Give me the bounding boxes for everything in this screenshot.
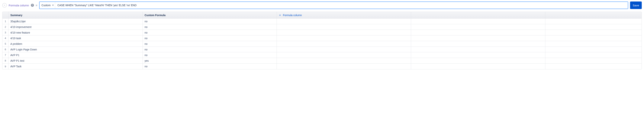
column-chip-remove[interactable]: × (52, 4, 54, 7)
cell-empty (277, 64, 411, 69)
table-row: 34/19 new featureno (2, 30, 642, 35)
add-formula-button[interactable] (2, 3, 7, 7)
table-row: 24/19 improvementno (2, 24, 642, 30)
cell-empty (545, 19, 642, 24)
cell-empty (411, 52, 545, 58)
save-button[interactable]: Save (630, 1, 642, 9)
cell-empty (277, 41, 411, 47)
column-header-custom[interactable]: Custom Formula (143, 12, 277, 18)
column-chip-label: Custom (42, 4, 50, 7)
table-row: 7AVP P1no (2, 52, 642, 58)
cell-empty (277, 58, 411, 63)
cell-custom[interactable]: no (143, 24, 277, 30)
cell-empty (277, 30, 411, 35)
table-row: 6AVP Login Page Downno (2, 47, 642, 52)
cell-summary[interactable]: 4/19 improvement (8, 24, 143, 30)
cell-summary[interactable]: 4/19 task (8, 35, 143, 41)
column-header-empty (411, 12, 545, 18)
table-row: 8AVP P1 testyes (2, 58, 642, 64)
table-row: 135ajslkrz;kjerno (2, 19, 642, 24)
cell-empty (411, 58, 545, 63)
formula-label: Formula column (9, 4, 29, 7)
table-row: 44/19 taskno (2, 35, 642, 41)
cell-empty (277, 35, 411, 41)
plus-icon (4, 4, 6, 6)
cell-empty (411, 64, 545, 69)
cell-custom[interactable]: no (143, 64, 277, 69)
cell-custom[interactable]: no (143, 47, 277, 52)
formula-input[interactable] (55, 2, 628, 9)
help-icon[interactable]: ? (31, 4, 34, 7)
equals-sign: = (36, 4, 38, 7)
cell-empty (277, 19, 411, 24)
cell-summary[interactable]: A problem (8, 41, 143, 47)
cell-custom[interactable]: no (143, 19, 277, 24)
cell-custom[interactable]: no (143, 35, 277, 41)
row-number: 9 (2, 64, 8, 69)
cell-empty (411, 30, 545, 35)
cell-summary[interactable]: 4/19 new feature (8, 30, 143, 35)
row-number: 6 (2, 47, 8, 52)
cell-empty (411, 41, 545, 47)
cell-summary[interactable]: AVP Login Page Down (8, 47, 143, 52)
cell-empty (545, 64, 642, 69)
add-formula-column-button[interactable]: Formula column (279, 14, 302, 17)
cell-empty (277, 24, 411, 30)
results-table: Summary Custom Formula Formula column 13… (2, 12, 642, 69)
plus-icon (279, 14, 281, 16)
table-row: 5A problemno (2, 41, 642, 47)
column-header-summary[interactable]: Summary (8, 12, 143, 18)
row-number: 4 (2, 35, 8, 41)
cell-empty (545, 58, 642, 63)
cell-summary[interactable]: 35ajslkrz;kjer (8, 19, 143, 24)
cell-empty (545, 52, 642, 58)
cell-custom[interactable]: no (143, 30, 277, 35)
cell-empty (545, 24, 642, 30)
cell-summary[interactable]: AVP P1 test (8, 58, 143, 63)
cell-summary[interactable]: AVP Task (8, 64, 143, 69)
cell-custom[interactable]: yes (143, 58, 277, 63)
column-header-empty (545, 12, 642, 18)
formula-input-container: Custom × (39, 1, 628, 9)
cell-empty (277, 47, 411, 52)
cell-empty (545, 30, 642, 35)
row-number: 2 (2, 24, 8, 30)
cell-empty (411, 24, 545, 30)
add-formula-column-label: Formula column (283, 14, 302, 17)
cell-empty (545, 47, 642, 52)
cell-empty (411, 47, 545, 52)
row-number: 5 (2, 41, 8, 47)
formula-bar: Formula column ? = Custom × Save (2, 1, 642, 9)
row-number: 3 (2, 30, 8, 35)
row-number: 7 (2, 52, 8, 58)
cell-custom[interactable]: no (143, 52, 277, 58)
cell-empty (411, 35, 545, 41)
cell-empty (545, 41, 642, 47)
cell-empty (545, 35, 642, 41)
column-header-formula: Formula column (277, 12, 411, 18)
row-number-header (2, 12, 8, 18)
table-row: 9AVP Taskno (2, 64, 642, 69)
row-number: 1 (2, 19, 8, 24)
cell-summary[interactable]: AVP P1 (8, 52, 143, 58)
cell-custom[interactable]: no (143, 41, 277, 47)
cell-empty (411, 19, 545, 24)
row-number: 8 (2, 58, 8, 63)
cell-empty (277, 52, 411, 58)
column-chip: Custom × (40, 2, 55, 9)
table-header: Summary Custom Formula Formula column (2, 12, 642, 19)
